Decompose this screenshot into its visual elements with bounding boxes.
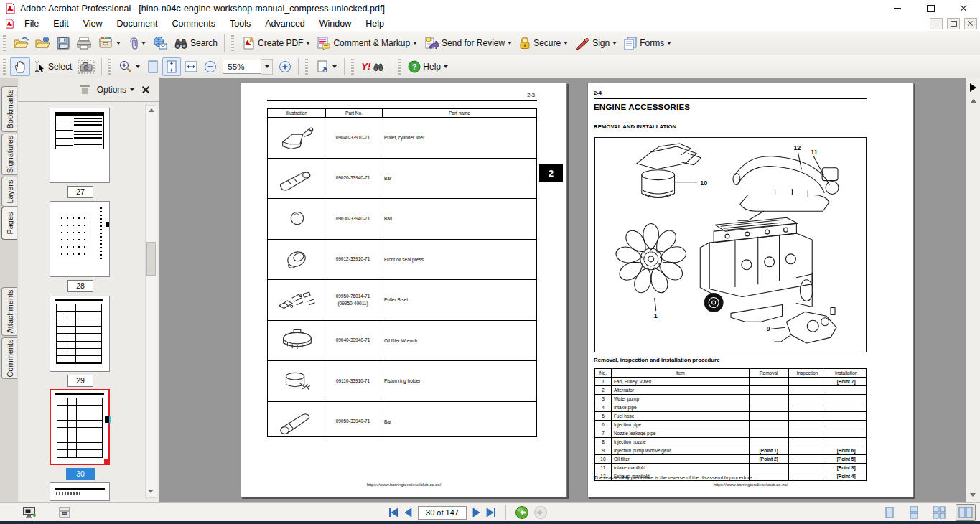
scroll-down-icon[interactable] [970, 493, 976, 497]
close-button[interactable] [947, 0, 980, 17]
installation-point [826, 429, 866, 437]
page-thumbnail-label[interactable]: 29 [67, 375, 93, 387]
toolbar-grip[interactable] [305, 59, 308, 75]
menu-document[interactable]: Document [110, 17, 165, 30]
sidebar-tab-signatures[interactable]: Signatures [1, 134, 17, 175]
doc-minimize-button[interactable] [930, 18, 943, 29]
drawer-icon[interactable] [57, 505, 72, 520]
toolbar-grip[interactable] [351, 59, 354, 75]
toolbar-grip[interactable] [398, 59, 401, 75]
callout-9: 9 [767, 325, 770, 332]
page-thumbnail-label[interactable]: 30 [66, 468, 95, 480]
menu-view[interactable]: View [76, 17, 110, 30]
page-thumbnail-29[interactable] [50, 296, 110, 372]
pdf-page-right: 2-4 ENGINE ACCESSORIES REMOVAL AND INSTA… [587, 83, 914, 497]
previous-view-button[interactable] [515, 505, 529, 520]
toolbar-grip[interactable] [108, 59, 111, 75]
page-display-button[interactable] [312, 57, 340, 76]
snapshot-button[interactable] [75, 57, 98, 76]
continuous-facing-button[interactable] [930, 504, 948, 521]
next-view-arrow-icon[interactable] [970, 83, 976, 92]
menu-file[interactable]: File [17, 17, 46, 30]
open-web-button[interactable] [32, 34, 53, 52]
options-menu[interactable]: Options [97, 85, 135, 95]
attach-button[interactable] [124, 34, 149, 52]
doc-restore-button[interactable] [947, 18, 960, 29]
menu-window[interactable]: Window [312, 17, 358, 30]
next-page-button[interactable] [471, 507, 481, 518]
menu-help[interactable]: Help [358, 17, 391, 30]
scroll-up-icon[interactable] [149, 108, 154, 112]
procedure-table-row: 8Injection nozzle [595, 438, 866, 446]
zoom-in-button[interactable] [276, 58, 294, 75]
sign-button[interactable]: Sign [571, 34, 620, 52]
fit-width-button[interactable] [181, 57, 201, 76]
zoom-level-value[interactable]: 55% [228, 62, 244, 71]
inspection-point [789, 472, 827, 480]
delete-pages-icon[interactable] [80, 85, 90, 95]
scrollbar-thumb[interactable] [146, 242, 156, 276]
zoom-out-button[interactable] [201, 58, 220, 75]
page-thumbnail-label[interactable]: 27 [67, 186, 93, 198]
page-thumbnail-label[interactable]: 28 [67, 280, 93, 292]
document-scrollbar[interactable] [966, 78, 980, 502]
menu-comments[interactable]: Comments [165, 17, 223, 30]
last-page-button[interactable] [485, 507, 497, 518]
panel-close-icon[interactable] [142, 86, 149, 93]
sidebar-tab-bookmarks[interactable]: Bookmarks [1, 86, 17, 132]
print-button[interactable] [73, 34, 95, 52]
minimize-button[interactable] [881, 0, 914, 17]
zoom-tool-button[interactable] [116, 57, 144, 76]
scroll-down-icon[interactable] [148, 490, 154, 493]
select-tool-button[interactable]: Select [30, 58, 75, 75]
page-thumbnail-30[interactable] [50, 389, 110, 465]
send-for-review-button[interactable]: Send for Review [421, 34, 515, 52]
sidebar-tab-layers[interactable]: Layers [1, 177, 17, 207]
sidebar-tab-attachments[interactable]: Attachments [1, 287, 17, 336]
fit-page-button[interactable] [162, 57, 181, 76]
inspection-point [789, 464, 827, 472]
forms-button[interactable]: Forms [620, 34, 675, 52]
menu-tools[interactable]: Tools [223, 17, 258, 30]
email-button[interactable] [149, 34, 171, 52]
create-pdf-button[interactable]: Create PDF [238, 34, 314, 52]
first-page-button[interactable] [388, 507, 399, 518]
page-thumbnail-28[interactable] [50, 201, 110, 277]
facing-button[interactable] [956, 504, 976, 521]
save-button[interactable] [53, 34, 73, 52]
single-page-button[interactable] [881, 504, 898, 521]
toolbar-grip[interactable] [231, 35, 234, 51]
maximize-button[interactable] [914, 0, 947, 17]
options-label: Options [97, 85, 126, 95]
monitor-icon[interactable] [22, 505, 37, 520]
actual-size-button[interactable] [144, 57, 162, 76]
yahoo-search-button[interactable]: Y! [358, 59, 387, 74]
page-thumbnail-31[interactable] [50, 482, 110, 501]
part-number: 09110-33910-71 [325, 361, 381, 401]
help-button[interactable]: ? Help [405, 58, 452, 75]
continuous-button[interactable] [905, 504, 923, 521]
svg-text:?: ? [412, 62, 417, 71]
previous-page-button[interactable] [403, 507, 414, 518]
open-button[interactable] [10, 34, 32, 52]
search-button[interactable]: Search [171, 34, 220, 52]
organizer-button[interactable] [95, 34, 124, 52]
toolbar-grip[interactable] [3, 59, 6, 75]
menu-advanced[interactable]: Advanced [258, 17, 312, 30]
comment-markup-button[interactable]: Comment & Markup [314, 34, 421, 52]
page-thumbnail-27[interactable] [50, 108, 110, 183]
menu-edit[interactable]: Edit [46, 17, 76, 30]
hand-tool-button[interactable] [10, 57, 30, 76]
page-number-field[interactable]: 30 of 147 [418, 506, 467, 520]
next-view-button[interactable] [533, 505, 548, 520]
sidebar-tab-pages[interactable]: Pages [1, 207, 17, 240]
thumbnails-scrollbar[interactable] [145, 105, 157, 498]
zoom-level-control[interactable]: 55% [220, 57, 276, 77]
scroll-up-icon[interactable] [971, 99, 976, 103]
doc-close-button[interactable] [964, 18, 977, 29]
toolbar-grip[interactable] [3, 35, 6, 51]
removal-point [750, 429, 789, 437]
sidebar-tab-comments[interactable]: Comments [1, 337, 17, 379]
secure-button[interactable]: Secure [515, 34, 571, 52]
procedure-table-row: 10Oil filter[Point 2][Point 5] [595, 455, 866, 464]
